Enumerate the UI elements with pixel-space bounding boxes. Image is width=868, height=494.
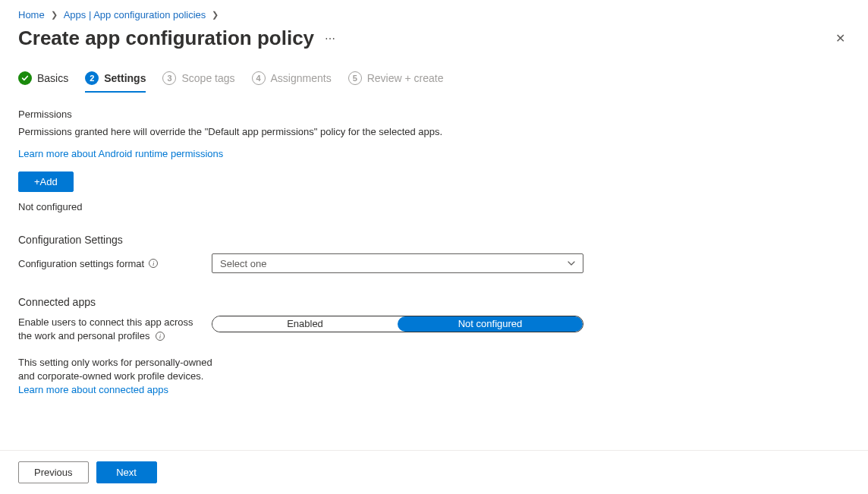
step-number-icon: 3	[162, 71, 176, 85]
step-review-create[interactable]: 5 Review + create	[348, 71, 444, 93]
config-format-select[interactable]: Select one	[212, 253, 583, 273]
step-label: Scope tags	[181, 72, 234, 84]
learn-connected-link[interactable]: Learn more about connected apps	[18, 384, 168, 395]
step-number-icon: 4	[252, 71, 266, 85]
connected-apps-heading: Connected apps	[18, 296, 850, 308]
config-format-label: Configuration settings format	[18, 258, 144, 269]
step-label: Assignments	[271, 72, 332, 84]
select-placeholder: Select one	[220, 258, 266, 269]
previous-button[interactable]: Previous	[18, 461, 89, 483]
step-label: Settings	[104, 72, 146, 84]
breadcrumb-home[interactable]: Home	[18, 9, 45, 20]
toggle-option-not-configured[interactable]: Not configured	[398, 316, 583, 332]
info-icon[interactable]: i	[156, 332, 165, 341]
connected-toggle-label: Enable users to connect this app across …	[18, 316, 193, 341]
step-settings[interactable]: 2 Settings	[85, 71, 146, 93]
wizard-steps: Basics 2 Settings 3 Scope tags 4 Assignm…	[18, 71, 850, 93]
step-assignments[interactable]: 4 Assignments	[252, 71, 332, 93]
step-label: Review + create	[367, 72, 444, 84]
next-button[interactable]: Next	[96, 461, 157, 483]
step-number-icon: 5	[348, 71, 362, 85]
permissions-heading: Permissions	[18, 109, 850, 120]
step-basics[interactable]: Basics	[18, 71, 68, 93]
close-button[interactable]: ✕	[831, 28, 850, 49]
more-actions-icon[interactable]: ⋯	[325, 33, 336, 45]
permissions-status: Not configured	[18, 201, 850, 212]
step-label: Basics	[37, 72, 68, 84]
add-permission-button[interactable]: +Add	[18, 171, 74, 192]
connected-note: This setting only works for personally-o…	[18, 356, 215, 398]
breadcrumb-apps[interactable]: Apps | App configuration policies	[64, 9, 206, 20]
wizard-footer: Previous Next	[0, 450, 868, 494]
page-title: Create app configuration policy	[18, 27, 314, 50]
learn-permissions-link[interactable]: Learn more about Android runtime permiss…	[18, 148, 223, 159]
toggle-option-enabled[interactable]: Enabled	[212, 316, 398, 332]
step-scope-tags[interactable]: 3 Scope tags	[162, 71, 234, 93]
check-icon	[18, 71, 32, 85]
breadcrumb: Home ❯ Apps | App configuration policies…	[18, 9, 850, 20]
connected-apps-toggle[interactable]: Enabled Not configured	[212, 316, 583, 332]
permissions-help-text: Permissions granted here will override t…	[18, 126, 850, 137]
config-settings-heading: Configuration Settings	[18, 234, 850, 246]
info-icon[interactable]: i	[149, 259, 158, 268]
chevron-right-icon: ❯	[49, 10, 59, 20]
step-number-icon: 2	[85, 71, 99, 85]
chevron-right-icon: ❯	[210, 10, 220, 20]
